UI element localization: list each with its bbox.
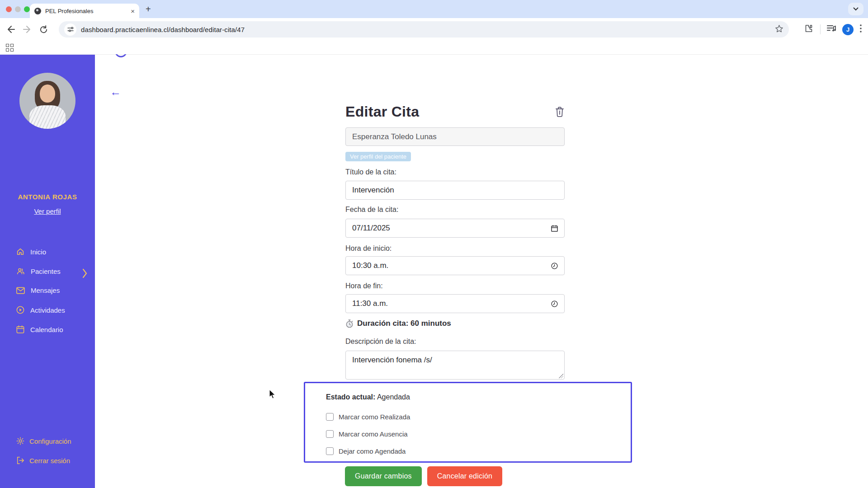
- close-tab-icon[interactable]: ×: [131, 8, 135, 14]
- sidebar-item-actividades[interactable]: Actividades: [16, 306, 65, 314]
- checkbox-label: Dejar como Agendada: [339, 447, 406, 455]
- sidebar-item-label: Pacientes: [31, 267, 61, 275]
- title-label: Título de la cita:: [345, 168, 565, 176]
- sidebar-item-inicio[interactable]: Inicio: [16, 248, 46, 256]
- description-label: Descripción de la cita:: [345, 338, 565, 346]
- main-content: ← Editar Cita Esperanza Toledo Lunas Ver…: [95, 55, 868, 488]
- activities-icon: [16, 306, 24, 314]
- media-controls-button[interactable]: [827, 24, 836, 34]
- sidebar-item-cerrar-sesion[interactable]: Cerrar sesión: [16, 456, 70, 465]
- apps-grid-icon[interactable]: [6, 44, 14, 52]
- logout-icon: [16, 456, 24, 465]
- new-tab-button[interactable]: +: [146, 5, 151, 13]
- status-value: Agendada: [377, 393, 410, 401]
- browser-tab[interactable]: PEL Profesionales ×: [30, 4, 139, 18]
- back-arrow-icon: [6, 25, 15, 34]
- title-input[interactable]: Intervención: [345, 181, 565, 200]
- page-title: Editar Cita: [345, 103, 419, 120]
- clock-icon[interactable]: [551, 263, 558, 269]
- patient-profile-badge[interactable]: Ver perfil del paciente: [345, 152, 411, 161]
- user-name: ANTONIA ROJAS: [0, 193, 95, 201]
- star-icon: [775, 24, 783, 33]
- checkbox-realizada[interactable]: [326, 413, 334, 421]
- checkbox-label: Marcar como Ausencia: [339, 430, 408, 438]
- resize-handle[interactable]: [559, 374, 563, 378]
- mail-icon: [16, 287, 25, 294]
- avatar: [19, 73, 75, 129]
- puzzle-icon: [805, 24, 814, 33]
- sidebar-item-pacientes[interactable]: Pacientes: [16, 267, 61, 275]
- sidebar-item-label: Calendario: [30, 326, 63, 333]
- form-actions: Guardar cambios Cancelar edición: [345, 466, 502, 486]
- save-changes-button[interactable]: Guardar cambios: [345, 466, 422, 486]
- home-icon: [16, 248, 24, 256]
- site-settings-icon: [67, 26, 74, 33]
- reload-icon: [39, 25, 48, 34]
- pacientes-expand-chevron[interactable]: [82, 268, 87, 280]
- gear-icon: [16, 437, 24, 445]
- sidebar-item-label: Inicio: [30, 248, 46, 256]
- checkbox-row-realizada[interactable]: Marcar como Realizada: [326, 413, 410, 421]
- checkbox-agendada[interactable]: [326, 447, 334, 455]
- forward-arrow-icon: [23, 25, 32, 34]
- site-favicon: [34, 8, 41, 14]
- trash-icon: [555, 106, 565, 117]
- start-time-label: Hora de inicio:: [345, 244, 565, 253]
- site-info-button[interactable]: [64, 23, 76, 36]
- back-button[interactable]: ←: [110, 86, 121, 98]
- checkbox-row-ausencia[interactable]: Marcar como Ausencia: [326, 430, 408, 438]
- sidebar-item-calendario[interactable]: Calendario: [16, 325, 63, 333]
- browser-profile-avatar[interactable]: J: [842, 24, 854, 35]
- status-section: Estado actual: Agendada Marcar como Real…: [304, 382, 632, 463]
- toolbar-right-actions: J: [805, 18, 868, 41]
- media-playlist-icon: [827, 24, 836, 33]
- end-time-label: Hora de fin:: [345, 282, 565, 290]
- app-logo-partial: [114, 54, 128, 59]
- sidebar-item-label: Configuración: [29, 437, 71, 445]
- sidebar-item-configuracion[interactable]: Configuración: [16, 437, 71, 445]
- patients-icon: [16, 267, 25, 275]
- sidebar-item-label: Mensajes: [31, 286, 60, 294]
- stopwatch-icon: [345, 319, 354, 328]
- close-window-button[interactable]: [6, 6, 12, 12]
- browser-reload-button[interactable]: [35, 21, 52, 38]
- browser-menu-button[interactable]: [860, 24, 862, 34]
- three-dot-menu-icon: [860, 24, 862, 33]
- status-label: Estado actual:: [326, 393, 375, 401]
- minimize-window-button[interactable]: [15, 6, 21, 12]
- current-status-text: Estado actual: Agendada: [326, 393, 631, 401]
- sidebar-item-mensajes[interactable]: Mensajes: [16, 286, 60, 294]
- toolbar-separator: [820, 24, 821, 34]
- sidebar-item-label: Cerrar sesión: [29, 457, 70, 465]
- duration-text: Duración cita: 60 minutos: [345, 319, 565, 328]
- checkbox-ausencia[interactable]: [326, 430, 334, 438]
- browser-back-button[interactable]: [3, 21, 19, 38]
- calendar-picker-icon[interactable]: [551, 225, 558, 232]
- url-text[interactable]: dashboard.practicaenlinea.cl/dashboard/e…: [81, 26, 245, 33]
- patient-name-field[interactable]: Esperanza Toledo Lunas: [345, 127, 565, 146]
- address-bar[interactable]: dashboard.practicaenlinea.cl/dashboard/e…: [59, 21, 789, 38]
- date-input[interactable]: 07/11/2025: [345, 219, 565, 238]
- bookmark-button[interactable]: [775, 24, 783, 35]
- tab-search-button[interactable]: [848, 3, 863, 15]
- view-profile-link[interactable]: Ver perfil: [0, 207, 95, 215]
- description-textarea[interactable]: Intervención fonema /s/: [345, 351, 565, 380]
- page-top-strip: [0, 41, 868, 55]
- sidebar-item-label: Actividades: [30, 306, 65, 314]
- chevron-down-icon: [853, 7, 859, 11]
- checkbox-row-agendada[interactable]: Dejar como Agendada: [326, 447, 406, 455]
- end-time-input[interactable]: 11:30 a.m.: [345, 294, 565, 313]
- delete-appointment-button[interactable]: [555, 106, 565, 119]
- sidebar: ANTONIA ROJAS Ver perfil Inicio Paciente…: [0, 55, 95, 488]
- cancel-edit-button[interactable]: Cancelar edición: [427, 466, 502, 486]
- extensions-button[interactable]: [805, 24, 814, 35]
- browser-forward-button[interactable]: [19, 21, 35, 38]
- clock-icon[interactable]: [551, 300, 558, 307]
- edit-appointment-form: Editar Cita Esperanza Toledo Lunas Ver p…: [345, 103, 565, 380]
- calendar-icon: [16, 325, 24, 333]
- maximize-window-button[interactable]: [24, 6, 30, 12]
- browser-tab-strip: PEL Profesionales × +: [0, 0, 868, 18]
- tab-title: PEL Profesionales: [45, 8, 127, 14]
- date-label: Fecha de la cita:: [345, 206, 565, 214]
- start-time-input[interactable]: 10:30 a.m.: [345, 256, 565, 275]
